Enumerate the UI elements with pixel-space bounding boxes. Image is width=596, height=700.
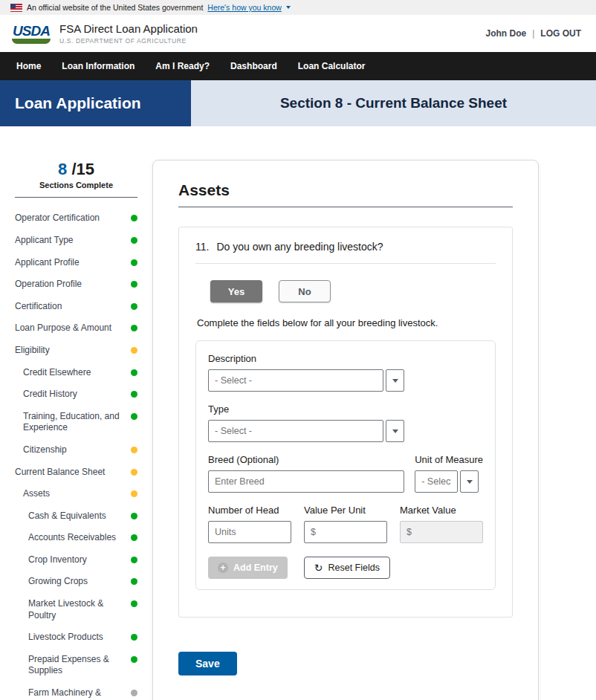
reset-fields-button[interactable]: ↻ Reset Fields — [304, 557, 390, 579]
nav-item-am-i-ready[interactable]: Am I Ready? — [145, 61, 220, 71]
unit-of-measure-label: Unit of Measure — [415, 454, 483, 465]
yes-button[interactable]: Yes — [210, 280, 262, 302]
number-of-head-field: Number of Head — [208, 505, 291, 543]
sidebar-item-loan-purpose-amount[interactable]: Loan Purpose & Amount — [15, 317, 137, 340]
status-dot-complete — [131, 413, 137, 420]
sidebar-item-cash-equivalents[interactable]: Cash & Equivalents — [15, 505, 137, 528]
add-entry-button[interactable]: + Add Entry — [208, 557, 288, 579]
header-titles: FSA Direct Loan Application U.S. DEPARTM… — [59, 22, 198, 45]
status-dot-in_progress — [131, 347, 137, 354]
reset-icon: ↻ — [314, 563, 323, 573]
no-button[interactable]: No — [279, 280, 331, 302]
value-per-unit-input[interactable] — [304, 521, 387, 543]
type-dropdown-button[interactable] — [386, 420, 404, 442]
status-dot-complete — [131, 534, 137, 541]
description-select[interactable] — [208, 369, 383, 392]
sidebar-item-certification[interactable]: Certification — [15, 296, 137, 318]
sidebar-item-eligibility[interactable]: Eligibility — [15, 340, 137, 362]
description-dropdown-button[interactable] — [386, 369, 404, 392]
save-button[interactable]: Save — [178, 652, 237, 675]
sidebar-item-label: Operation Profile — [15, 279, 82, 291]
numbers-row: Number of Head Value Per Unit Market Val… — [208, 505, 483, 543]
sidebar-item-label: Credit History — [23, 389, 77, 401]
sidebar-item-applicant-profile[interactable]: Applicant Profile — [15, 252, 137, 274]
description-combo — [208, 369, 483, 392]
nav-item-home[interactable]: Home — [6, 61, 51, 71]
status-dot-not_started — [131, 690, 137, 696]
status-dot-complete — [131, 303, 137, 310]
section-banner: Loan Application Section 8 - Current Bal… — [0, 80, 596, 126]
sidebar-item-label: Farm Machinery & Equipment — [28, 687, 125, 700]
caret-down-icon — [467, 480, 473, 484]
main-nav: HomeLoan InformationAm I Ready?Dashboard… — [0, 52, 596, 80]
sidebar-item-citizenship[interactable]: Citizenship — [15, 439, 137, 461]
status-dot-in_progress — [131, 490, 137, 497]
user-name: John Doe — [486, 28, 527, 39]
app-title: FSA Direct Loan Application — [59, 22, 198, 35]
gov-banner-text: An official website of the United States… — [27, 3, 203, 12]
sidebar-item-label: Applicant Type — [15, 235, 74, 247]
sidebar-item-growing-crops[interactable]: Growing Crops — [15, 571, 137, 593]
yes-no-group: Yes No — [210, 280, 496, 302]
gov-banner: An official website of the United States… — [0, 0, 596, 15]
how-you-know-link[interactable]: Here's how you know — [207, 3, 281, 12]
sidebar-item-market-livestock-poultry[interactable]: Market Livestock & Poultry — [15, 593, 137, 626]
sidebar-item-operator-certification[interactable]: Operator Certification — [15, 207, 137, 230]
breed-input[interactable] — [208, 470, 404, 493]
user-area: John Doe | LOG OUT — [486, 28, 581, 39]
sidebar-item-current-balance-sheet[interactable]: Current Balance Sheet — [15, 461, 137, 484]
nav-item-loan-calculator[interactable]: Loan Calculator — [288, 61, 376, 71]
header-divider: | — [532, 28, 534, 39]
market-value-field: Market Value — [400, 505, 483, 543]
plus-icon: + — [218, 563, 228, 573]
sidebar-item-training-education-and-experience[interactable]: Training, Education, and Experience — [15, 406, 137, 439]
sidebar-item-prepaid-expenses-supplies[interactable]: Prepaid Expenses & Supplies — [15, 649, 137, 682]
banner-page-title: Section 8 - Current Balance Sheet — [191, 80, 596, 126]
status-dot-complete — [131, 656, 137, 663]
sidebar-item-livestock-products[interactable]: Livestock Products — [15, 626, 137, 649]
sidebar-section-list: Operator CertificationApplicant TypeAppl… — [15, 207, 137, 700]
number-of-head-input[interactable] — [208, 521, 291, 543]
progress-total: /15 — [71, 160, 94, 178]
sidebar-item-label: Training, Education, and Experience — [23, 411, 125, 434]
usda-logo-text: USDA — [12, 24, 51, 38]
caret-down-icon — [392, 379, 398, 383]
nav-item-loan-information[interactable]: Loan Information — [51, 61, 145, 71]
market-value-input — [400, 521, 483, 543]
type-select[interactable] — [208, 420, 383, 442]
status-dot-complete — [131, 578, 137, 585]
sidebar-item-label: Livestock Products — [28, 632, 103, 644]
status-dot-in_progress — [131, 469, 137, 476]
status-dot-complete — [131, 325, 137, 331]
description-label: Description — [208, 353, 483, 364]
question-panel: 11. Do you own any breeding livestock? Y… — [178, 227, 513, 618]
question-label: Do you own any breeding livestock? — [216, 241, 383, 253]
app-header: USDA FSA Direct Loan Application U.S. DE… — [0, 15, 596, 52]
logo-wrap: USDA FSA Direct Loan Application U.S. DE… — [12, 22, 198, 45]
page-section-title: Assets — [178, 181, 513, 199]
title-rule — [178, 207, 513, 207]
sidebar-item-label: Cash & Equivalents — [28, 511, 106, 522]
breed-label: Breed (Optional) — [208, 454, 404, 465]
us-flag-icon — [10, 4, 22, 12]
sidebar-item-label: Current Balance Sheet — [15, 467, 105, 479]
sidebar-item-crop-inventory[interactable]: Crop Inventory — [15, 549, 137, 571]
unit-of-measure-select[interactable] — [415, 470, 458, 493]
sidebar-item-credit-history[interactable]: Credit History — [15, 383, 137, 406]
status-dot-complete — [131, 557, 137, 563]
progress-counter: 8 /15 — [15, 160, 137, 179]
sidebar-item-applicant-type[interactable]: Applicant Type — [15, 230, 137, 252]
sidebar-item-label: Credit Elsewhere — [23, 367, 91, 379]
value-per-unit-field: Value Per Unit — [304, 505, 387, 543]
sidebar-item-accounts-receivables[interactable]: Accounts Receivables — [15, 527, 137, 549]
logout-link[interactable]: LOG OUT — [540, 28, 581, 39]
status-dot-complete — [131, 634, 137, 641]
sidebar-item-credit-elsewhere[interactable]: Credit Elsewhere — [15, 362, 137, 384]
sidebar-item-farm-machinery-equipment[interactable]: Farm Machinery & Equipment — [15, 682, 137, 700]
status-dot-complete — [131, 600, 137, 607]
nav-item-dashboard[interactable]: Dashboard — [220, 61, 288, 71]
unit-dropdown-button[interactable] — [460, 470, 479, 493]
banner-app-name: Loan Application — [0, 80, 191, 126]
sidebar-item-operation-profile[interactable]: Operation Profile — [15, 273, 137, 296]
sidebar-item-assets[interactable]: Assets — [15, 483, 137, 505]
